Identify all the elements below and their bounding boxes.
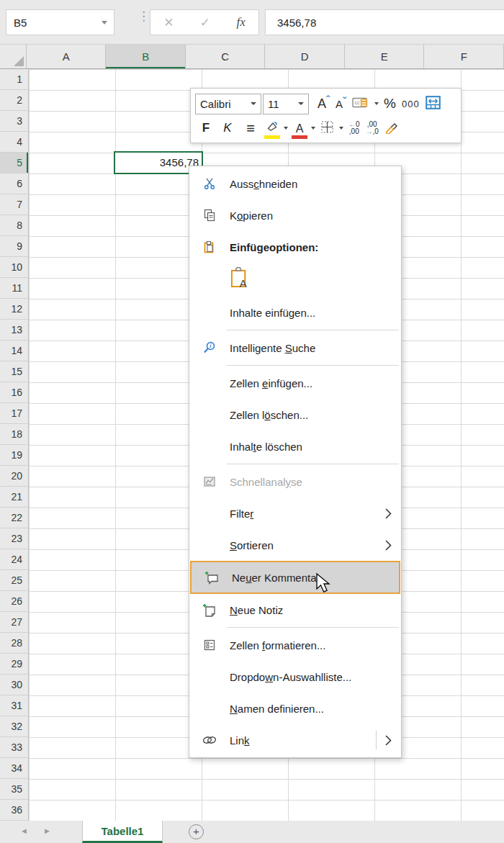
insert-function-icon[interactable]: fx [237,15,246,30]
row-header-19[interactable]: 19 [0,445,28,466]
autofit-column-button[interactable] [423,93,444,114]
menu-item-new-comment[interactable]: Neuer Kommentar [190,561,400,594]
fill-color-button[interactable] [263,117,282,139]
row-header-6[interactable]: 6 [0,173,28,194]
row-header-28[interactable]: 28 [0,633,28,654]
font-name-select[interactable]: Calibri [195,94,261,114]
bold-button[interactable]: F [195,117,217,139]
formula-input[interactable]: 3456,78 [265,9,504,35]
submenu-chevron-icon [385,508,392,519]
font-size-value: 11 [268,98,279,110]
row-header-20[interactable]: 20 [0,466,28,487]
row-header-8[interactable]: 8 [0,215,28,236]
select-all-button[interactable] [0,45,27,68]
confirm-entry-icon[interactable]: ✓ [200,15,210,30]
menu-item-copy[interactable]: Kopieren [189,199,401,231]
row-header-10[interactable]: 10 [0,257,28,278]
row-header-21[interactable]: 21 [0,487,28,508]
row-header-3[interactable]: 3 [0,111,28,132]
menu-separator [227,627,399,628]
menu-item-insert-cells[interactable]: Zellen einfügen... [189,367,401,399]
mouse-cursor-icon [315,573,331,598]
center-align-button[interactable]: ≡ [238,117,263,139]
row-header-13[interactable]: 13 [0,320,28,341]
font-color-button[interactable]: A [290,117,309,139]
row-header-24[interactable]: 24 [0,549,28,570]
chevron-down-icon[interactable] [311,127,315,130]
menu-item-label: Kopieren [230,209,273,222]
row-header-14[interactable]: 14 [0,341,28,361]
row-header-23[interactable]: 23 [0,528,28,549]
row-header-35[interactable]: 35 [0,779,28,800]
row-header-34[interactable]: 34 [0,758,28,779]
menu-item-sort[interactable]: Sortieren [189,529,401,561]
row-header-29[interactable]: 29 [0,654,28,675]
column-header-e[interactable]: E [345,45,425,68]
row-header-1[interactable]: 1 [0,69,28,90]
menu-item-clear-contents[interactable]: Inhalte löschen [189,430,401,462]
menu-item-cut[interactable]: Ausschneiden [189,168,401,199]
row-header-2[interactable]: 2 [0,90,28,111]
name-box-dropdown-icon[interactable] [102,21,107,24]
column-header-f[interactable]: F [424,45,504,68]
row-header-27[interactable]: 27 [0,612,28,633]
name-box[interactable]: B5 [6,9,114,35]
smart-lookup-icon: i [189,341,230,354]
row-header-5[interactable]: 5 [0,153,28,173]
decrease-decimal-button[interactable]: ,00 →,0 [363,121,382,135]
row-header-32[interactable]: 32 [0,716,28,737]
row-header-26[interactable]: 26 [0,591,28,612]
row-header-22[interactable]: 22 [0,508,28,528]
split-separator [376,731,377,749]
chevron-down-icon[interactable] [284,127,288,130]
accounting-format-icon: cc [352,96,369,112]
menu-item-smart-lookup[interactable]: iIntelligente Suche [189,332,401,364]
tab-tabelle1[interactable]: Tabelle1 [82,821,163,843]
row-header-7[interactable]: 7 [0,194,28,215]
column-header-a[interactable]: A [27,45,107,68]
menu-item-delete-cells[interactable]: Zellen löschen... [189,399,401,430]
menu-item-link[interactable]: Link [189,724,401,756]
menu-item-dropdown-list[interactable]: Dropdown-Auswahlliste... [189,661,401,693]
row-header-31[interactable]: 31 [0,695,28,716]
comma-style-button[interactable]: 000 [399,93,423,114]
row-header-30[interactable]: 30 [0,675,28,695]
increase-decimal-button[interactable]: ←0 ,00 [346,121,363,135]
percent-style-button[interactable]: % [381,93,399,114]
next-sheet-icon[interactable]: ► [43,826,51,835]
row-header-16[interactable]: 16 [0,382,28,403]
previous-sheet-icon[interactable]: ◄ [20,826,28,835]
menu-item-format-cells[interactable]: Zellen formatieren... [189,629,401,661]
font-size-select[interactable]: 11 [263,94,309,114]
chevron-down-icon[interactable] [374,102,379,105]
column-header-b[interactable]: B [106,45,186,68]
row-header-12[interactable]: 12 [0,299,28,320]
menu-item-paste-special[interactable]: Inhalte einfügen... [189,297,401,328]
row-header-25[interactable]: 25 [0,570,28,591]
menu-item-define-name[interactable]: Namen definieren... [189,693,401,724]
menu-item-label: Intelligente Suche [230,342,315,354]
decrease-font-size-button[interactable]: Aˇ [333,93,349,114]
add-sheet-button[interactable]: + [189,824,204,839]
italic-button[interactable]: K [217,117,238,139]
row-header-33[interactable]: 33 [0,737,28,758]
row-header-4[interactable]: 4 [0,132,28,153]
column-header-d[interactable]: D [265,45,345,68]
paste-option-keep-source[interactable]: A [189,263,401,297]
borders-button[interactable] [318,117,337,139]
format-painter-button[interactable] [382,117,402,139]
menu-item-paste-options[interactable]: Einfügeoptionen: [189,231,401,263]
row-header-17[interactable]: 17 [0,403,28,424]
row-header-9[interactable]: 9 [0,236,28,257]
row-header-11[interactable]: 11 [0,278,28,299]
menu-item-filter[interactable]: Filter [189,497,401,529]
column-header-c[interactable]: C [186,45,266,68]
row-header-15[interactable]: 15 [0,361,28,382]
cancel-entry-icon[interactable]: ✕ [163,15,174,30]
chevron-down-icon[interactable] [339,127,343,130]
row-header-18[interactable]: 18 [0,424,28,445]
row-header-36[interactable]: 36 [0,800,28,821]
accounting-format-button[interactable]: cc [349,93,372,114]
menu-item-new-note[interactable]: Neue Notiz [189,594,401,626]
increase-font-size-button[interactable]: Aˆ [315,93,333,114]
